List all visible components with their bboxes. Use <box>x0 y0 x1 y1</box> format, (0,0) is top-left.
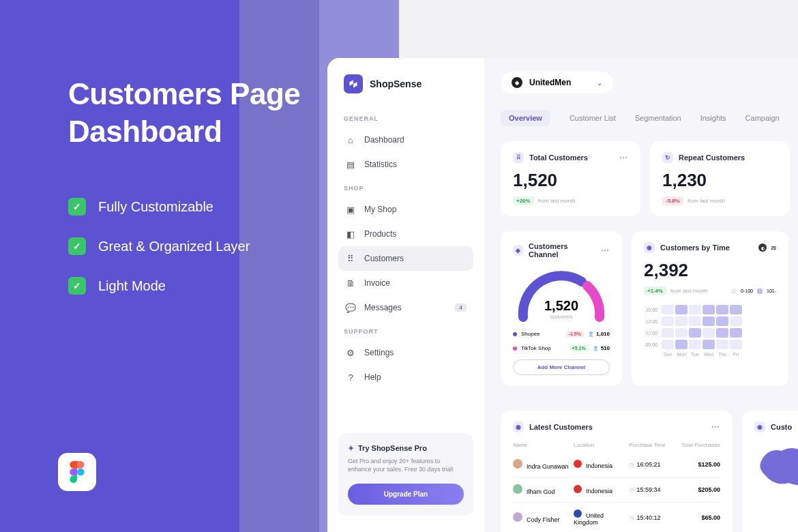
table-row[interactable]: Indra Gunawan Indonesia ◷16:05:21 $125.0… <box>513 452 720 477</box>
tab-insights[interactable]: Insights <box>700 110 726 126</box>
channel-icon: ◈ <box>513 245 523 256</box>
channel-row: TikTok Shop+5.1%👤510 <box>513 345 610 351</box>
brand[interactable]: ShopSense <box>338 74 473 107</box>
brand-name: ShopSense <box>370 78 422 89</box>
sidebar: ShopSense GENERAL ⌂Dashboard ▤Statistics… <box>327 58 484 532</box>
stat-value: 1,520 <box>513 170 628 191</box>
card-customers-channel: ◈Customers Channel⋯ 1,520 customers Shop… <box>501 231 622 386</box>
sidebar-item-messages[interactable]: 💬Messages4 <box>338 295 473 320</box>
feature-item: ✓Light Mode <box>68 277 327 295</box>
sidebar-item-myshop[interactable]: ▣My Shop <box>338 197 473 222</box>
delta-badge: -5.8% <box>662 196 683 205</box>
card-customers-map: ◉Custo <box>742 411 798 532</box>
stat-value: 1,230 <box>662 170 778 191</box>
more-icon[interactable]: ⋯ <box>601 246 610 255</box>
tab-customer-list[interactable]: Customer List <box>570 110 616 126</box>
gear-icon: ⚙ <box>345 347 356 358</box>
stat-value: 2,392 <box>644 260 776 281</box>
sidebar-section-shop: SHOP <box>338 177 473 197</box>
pro-title: ✦Try ShopSense Pro <box>348 444 464 453</box>
sidebar-item-help[interactable]: ?Help <box>338 365 473 389</box>
svg-point-0 <box>77 469 85 476</box>
delta-badge: +20% <box>513 196 534 205</box>
upgrade-button[interactable]: Upgrade Plan <box>348 484 464 505</box>
sidebar-item-products[interactable]: ◧Products <box>338 222 473 246</box>
sidebar-section-general: GENERAL <box>338 107 473 128</box>
dot-icon <box>513 332 517 336</box>
sidebar-item-statistics[interactable]: ▤Statistics <box>338 152 473 177</box>
tab-campaign[interactable]: Campaign <box>745 110 780 126</box>
table-row[interactable]: Ilham God Indonesia ◷15:59:34 $205.00 <box>513 477 720 502</box>
home-icon: ⌂ <box>345 134 356 145</box>
messages-badge: 4 <box>455 304 467 312</box>
store-name: UnitedMen <box>529 78 571 87</box>
app-window: ShopSense GENERAL ⌂Dashboard ▤Statistics… <box>327 58 798 532</box>
table-row[interactable]: Cody Fisher United Kingdom ◷15:40:12 $65… <box>513 502 720 532</box>
brand-logo-icon <box>344 74 363 93</box>
channel-row: Shopee-1.9%👤1,010 <box>513 331 610 337</box>
feature-item: ✓Great & Organized Layer <box>68 237 327 255</box>
store-select[interactable]: ◆ UnitedMen ⌄ <box>501 72 613 93</box>
check-icon: ✓ <box>68 277 86 295</box>
box-icon: ◧ <box>345 228 356 239</box>
delta-badge: +1.4% <box>644 286 666 295</box>
more-icon[interactable]: ⋯ <box>619 153 628 162</box>
more-icon[interactable]: ⋯ <box>711 422 720 432</box>
main-content: ◆ UnitedMen ⌄ Overview Customer List Seg… <box>484 58 798 532</box>
card-customers-by-time: ◉ Customers by Time ◐20 2,392 +1.4% from… <box>632 231 788 386</box>
sidebar-item-invoice[interactable]: 🗎Invoice <box>338 271 473 295</box>
globe-icon: ◉ <box>754 422 765 432</box>
heatmap: 20:0012:0012:0000:00SunMonTueWedThuFri <box>644 305 776 357</box>
promo-title: Customers Page Dashboard <box>68 75 327 150</box>
table-header: Name Location Purchase Time Total Purcha… <box>513 442 720 448</box>
dot-icon <box>513 346 517 351</box>
star-icon: ✦ <box>348 444 354 453</box>
people-icon: ⠿ <box>345 253 356 264</box>
tab-overview[interactable]: Overview <box>501 110 550 126</box>
promo-features: ✓Fully Customizable ✓Great & Organized L… <box>68 198 327 295</box>
map-icon <box>754 441 798 495</box>
user-icon: 👤 <box>588 331 594 337</box>
feature-item: ✓Fully Customizable <box>68 198 327 216</box>
store-icon: ◆ <box>512 77 522 88</box>
user-icon: ◉ <box>513 422 524 432</box>
sidebar-item-dashboard[interactable]: ⌂Dashboard <box>338 128 473 152</box>
chat-icon: 💬 <box>345 302 356 313</box>
people-icon: ⠿ <box>513 152 524 163</box>
clock-icon: ◉ <box>644 242 655 253</box>
sidebar-item-settings[interactable]: ⚙Settings <box>338 340 473 365</box>
figma-icon <box>70 461 85 483</box>
chevron-down-icon: ⌄ <box>597 79 602 87</box>
sidebar-section-support: SUPPORT <box>338 320 473 340</box>
card-latest-customers: ◉Latest Customers⋯ Name Location Purchas… <box>501 411 733 532</box>
tab-segmentation[interactable]: Segmentation <box>635 110 681 126</box>
tabs: Overview Customer List Segmentation Insi… <box>501 110 798 126</box>
figma-badge <box>58 453 96 491</box>
time-icon-badge: ◐20 <box>758 243 776 252</box>
invoice-icon: 🗎 <box>345 278 356 289</box>
help-icon: ? <box>345 372 356 383</box>
repeat-icon: ↻ <box>662 152 673 163</box>
card-repeat-customers: ↻Repeat Customers 1,230 -5.8%from last m… <box>650 141 790 216</box>
sidebar-item-customers[interactable]: ⠿Customers <box>338 246 473 271</box>
shop-icon: ▣ <box>345 204 356 215</box>
pro-desc: Get Pro and enjoy 20+ features to enhanc… <box>348 457 464 474</box>
promo-panel: Customers Page Dashboard ✓Fully Customiz… <box>0 0 327 532</box>
check-icon: ✓ <box>68 198 86 216</box>
user-icon: 👤 <box>593 346 599 351</box>
heatmap-legend: 0-100 101- <box>731 289 776 294</box>
check-icon: ✓ <box>68 237 86 255</box>
card-total-customers: ⠿Total Customers⋯ 1,520 +20%from last mo… <box>501 141 640 216</box>
gauge-chart: 1,520 customers <box>514 268 609 323</box>
pro-card: ✦Try ShopSense Pro Get Pro and enjoy 20+… <box>338 433 473 516</box>
add-channel-button[interactable]: Add More Channel <box>513 359 610 375</box>
chart-icon: ▤ <box>345 159 356 170</box>
